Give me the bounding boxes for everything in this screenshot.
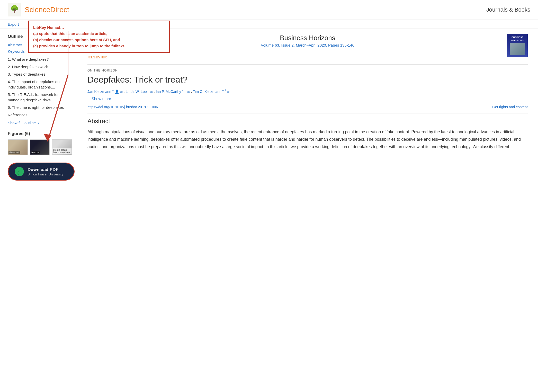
email-icon-4: ✉ <box>227 90 229 93</box>
article-title: Deepfakes: Trick or treat? <box>87 74 528 85</box>
journal-volume[interactable]: Volume 63, Issue 2 <box>261 43 294 47</box>
journal-period: , March–April 2020, Pages 135-146 <box>294 43 354 47</box>
elsevier-label: ELSEVIER <box>87 55 108 59</box>
svg-text:🌳: 🌳 <box>10 5 19 13</box>
email-icon-2: ✉ <box>150 90 153 93</box>
site-name[interactable]: ScienceDirect <box>25 6 69 14</box>
figure-caption-1: abbit-duck <box>8 151 20 154</box>
author-1[interactable]: Jan Kietzmann a 👤 ✉ <box>87 89 123 94</box>
authors-list: Jan Kietzmann a 👤 ✉ , Linda W. Lee b ✉ ,… <box>87 89 528 94</box>
email-icon-3: ✉ <box>187 90 190 93</box>
download-pdf-button[interactable]: Download PDF Simon Fraser University <box>8 163 75 181</box>
show-more-label: Show more <box>92 96 111 101</box>
figure-thumb-2[interactable]: bout 2to <box>30 139 50 155</box>
abstract-title: Abstract <box>87 118 528 125</box>
journals-books-label: Journals & Books <box>486 6 530 13</box>
author-4-sup: e, f <box>222 89 226 92</box>
author-icon-1: 👤 <box>115 89 119 93</box>
sidebar-item-3[interactable]: 3. Types of deepfakes <box>8 72 72 77</box>
figure-thumb-3[interactable]: Step 2: create fake Carley face <box>52 139 72 155</box>
libkey-line4: (c) provides a handy button to jump to t… <box>33 43 165 49</box>
sidebar-item-4[interactable]: 4. The impact of deepfakes on individual… <box>8 79 72 90</box>
show-full-outline-label: Show full outline <box>8 121 36 125</box>
libkey-annotation-box: LibKey Nomad… (a) spots that this is an … <box>28 21 170 53</box>
libkey-line2: (a) spots that this is an academic artic… <box>33 31 165 37</box>
figures-title: Figures (6) <box>8 131 72 136</box>
author-2[interactable]: Linda W. Lee b ✉ <box>126 89 153 94</box>
abstract-text: Although manipulations of visual and aud… <box>87 128 528 150</box>
show-full-outline-button[interactable]: Show full outline ∨ <box>8 121 72 125</box>
libkey-line3: (b) checks our access options here at SF… <box>33 37 165 43</box>
get-rights-link[interactable]: Get rights and content <box>492 105 528 109</box>
author-1-sup: a <box>112 89 114 92</box>
email-icon-1: ✉ <box>120 90 123 93</box>
figure-thumb-1[interactable]: abbit-duck <box>8 139 28 155</box>
author-4[interactable]: Tim C. Kietzmann e, f ✉ <box>193 89 229 94</box>
author-3-sup: c, d <box>182 89 186 92</box>
elsevier-logo-icon: 🌳 <box>8 3 21 16</box>
doi-row: https://doi.org/10.1016/j.bushor.2019.11… <box>87 105 528 109</box>
libkey-line1: LibKey Nomad… <box>33 24 165 31</box>
sidebar-item-1[interactable]: 1. What are deepfakes? <box>8 57 72 62</box>
header: 🌳 ScienceDirect Journals & Books <box>0 0 538 20</box>
download-text: Download PDF Simon Fraser University <box>28 167 63 176</box>
sidebar-item-2[interactable]: 2. How deepfakes work <box>8 64 72 69</box>
sidebar-item-6[interactable]: 6. The time is right for deepfakes <box>8 105 72 110</box>
author-sep-1: , <box>124 89 125 93</box>
divider-1 <box>87 64 528 65</box>
article-section-label: ON THE HORIZON <box>87 69 528 72</box>
show-more-button[interactable]: ⊞ Show more <box>87 96 528 101</box>
figures-section: Figures (6) abbit-duck bout 2to Step 2: … <box>8 131 72 155</box>
plus-icon: ⊞ <box>87 97 91 101</box>
chevron-down-icon: ∨ <box>37 121 40 125</box>
libkey-droplet-icon <box>15 167 24 176</box>
journal-cover-image: BUSINESSHORIZONS <box>507 34 528 57</box>
sidebar-item-5[interactable]: 5. The R.E.A.L. framework for managing d… <box>8 92 72 103</box>
author-2-sup: b <box>148 89 149 92</box>
figure-caption-2: bout 2to <box>31 151 40 154</box>
author-3[interactable]: Ian P. McCarthy c, d ✉ <box>156 89 190 94</box>
journal-cover-art <box>510 43 525 55</box>
doi-link[interactable]: https://doi.org/10.1016/j.bushor.2019.11… <box>87 105 158 109</box>
abstract-section: Abstract Although manipulations of visua… <box>87 118 528 150</box>
sidebar-items: 1. What are deepfakes? 2. How deepfakes … <box>8 57 72 118</box>
figure-caption-3: Step 2: create fake Carley face <box>52 148 71 154</box>
export-button[interactable]: Export <box>8 22 19 26</box>
figures-row: abbit-duck bout 2to Step 2: create fake … <box>8 139 72 155</box>
header-left: 🌳 ScienceDirect <box>8 3 69 16</box>
author-sep-3: , <box>191 89 192 93</box>
author-sep-2: , <box>154 89 155 93</box>
sidebar-item-references[interactable]: References <box>8 112 72 118</box>
divider-2 <box>87 113 528 113</box>
journal-cover-title: BUSINESSHORIZONS <box>511 36 524 42</box>
download-label: Download PDF <box>28 167 63 172</box>
download-institution: Simon Fraser University <box>28 172 63 176</box>
